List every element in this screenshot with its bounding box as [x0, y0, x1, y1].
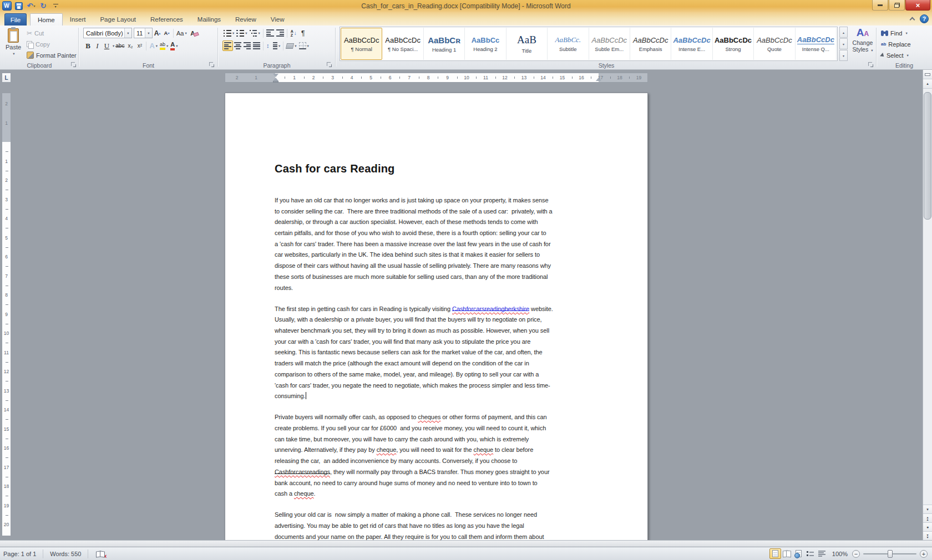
close-button[interactable]: ×	[905, 0, 930, 11]
previous-page-button[interactable]: ▴▴	[923, 513, 932, 522]
zoom-level[interactable]: 100%	[828, 551, 852, 557]
vertical-scrollbar[interactable]: ▴ ▾ ▴▴ ● ▾▾	[923, 70, 932, 540]
scroll-up-button[interactable]: ▴	[923, 79, 932, 89]
view-outline-button[interactable]	[804, 548, 816, 559]
strikethrough-button[interactable]: abc	[114, 40, 125, 51]
tab-page-layout[interactable]: Page Layout	[93, 13, 143, 26]
bold-button[interactable]: B	[83, 40, 93, 51]
style-subtleem[interactable]: AaBbCcDcSubtle Em...	[589, 28, 630, 60]
document-page[interactable]: Cash for cars Reading If you have an old…	[225, 93, 648, 540]
style-normal[interactable]: AaBbCcDc¶ Normal	[341, 28, 382, 60]
font-color-button[interactable]: A▾	[169, 40, 179, 51]
select-button[interactable]: Select▾	[881, 50, 909, 60]
line-spacing-button[interactable]: ↕▾	[265, 40, 281, 51]
paste-button[interactable]: Paste ▾	[3, 27, 23, 64]
increase-indent-button[interactable]	[275, 28, 285, 38]
zoom-slider[interactable]	[863, 550, 916, 558]
chevron-down-icon[interactable]: ▾	[145, 28, 152, 38]
minimize-button[interactable]	[872, 0, 888, 11]
style-h2[interactable]: AaBbCcHeading 2	[465, 28, 506, 60]
copy-button[interactable]: Copy	[27, 39, 77, 49]
vertical-scrollbar-thumb[interactable]	[924, 92, 931, 220]
view-fullscreen-reading-button[interactable]	[781, 548, 793, 559]
zoom-in-button[interactable]: +	[920, 550, 928, 558]
help-button[interactable]: ?	[920, 14, 929, 23]
borders-button[interactable]: ▾	[298, 40, 310, 51]
align-left-button[interactable]	[222, 40, 233, 51]
style-emphasis[interactable]: AaBbCcDcEmphasis	[630, 28, 671, 60]
format-painter-button[interactable]: Format Painter	[27, 50, 77, 60]
document-body[interactable]: Cash for cars Reading If you have an old…	[275, 162, 630, 540]
numbering-button[interactable]: ▾	[235, 28, 248, 38]
style-h1[interactable]: AaBbCʀHeading 1	[424, 28, 465, 60]
underline-button[interactable]: U	[102, 40, 112, 51]
cut-button[interactable]: ✂Cut	[27, 28, 77, 38]
shading-button[interactable]: ▾	[285, 40, 297, 51]
font-size-combobox[interactable]: 11▾	[134, 28, 153, 38]
grow-font-button[interactable]: A▴	[153, 28, 162, 38]
paste-dropdown[interactable]: ▾	[13, 52, 14, 56]
superscript-button[interactable]: x²	[135, 40, 144, 51]
zoom-slider-handle[interactable]	[888, 550, 893, 558]
style-quote[interactable]: AaBbCcDcQuote	[754, 28, 795, 60]
tab-references[interactable]: References	[143, 13, 190, 26]
align-right-button[interactable]	[242, 40, 252, 51]
select-browse-object-button[interactable]: ●	[923, 522, 932, 531]
decrease-indent-button[interactable]	[265, 28, 275, 38]
clear-formatting-button[interactable]: A	[188, 28, 197, 38]
style-intensee[interactable]: AaBbCcDcIntense E...	[671, 28, 712, 60]
gallery-more-button[interactable]: ▾	[839, 50, 848, 61]
change-case-button[interactable]: Aa▾	[175, 28, 188, 38]
scroll-down-button[interactable]: ▾	[923, 505, 932, 513]
clipboard-dialog-launcher[interactable]	[71, 62, 77, 68]
change-styles-button[interactable]: AA ChangeStyles ▾	[850, 27, 875, 63]
view-ruler-toggle-button[interactable]	[923, 70, 932, 79]
view-draft-button[interactable]	[816, 548, 828, 559]
justify-button[interactable]	[252, 40, 261, 51]
view-web-layout-button[interactable]	[793, 548, 804, 559]
tab-view[interactable]: View	[264, 13, 292, 26]
next-page-button[interactable]: ▾▾	[923, 531, 932, 540]
tab-stop-selector[interactable]: L	[2, 73, 11, 83]
first-line-indent-marker[interactable]	[273, 74, 278, 77]
page-number-indicator[interactable]: Page: 1 of 1	[0, 547, 39, 560]
zoom-out-button[interactable]: −	[852, 550, 860, 558]
style-title[interactable]: AaBTitle	[506, 28, 548, 60]
chevron-down-icon[interactable]: ▾	[124, 28, 131, 38]
gallery-scroll-up-button[interactable]: ▴	[839, 27, 848, 38]
left-indent-marker[interactable]	[273, 81, 278, 83]
hyperlink[interactable]: Cashforcarsreadingberkshire	[452, 306, 529, 312]
styles-dialog-launcher[interactable]	[868, 62, 874, 68]
right-indent-marker[interactable]	[596, 78, 601, 81]
tab-review[interactable]: Review	[228, 13, 264, 26]
subscript-button[interactable]: x₂	[125, 40, 135, 51]
horizontal-scrollbar[interactable]	[0, 540, 932, 547]
proofing-errors-button[interactable]: ×	[92, 547, 108, 560]
style-strong[interactable]: AaBbCcDcStrong	[713, 28, 754, 60]
tab-insert[interactable]: Insert	[63, 13, 93, 26]
word-count-indicator[interactable]: Words: 550	[47, 547, 84, 560]
view-print-layout-button[interactable]	[769, 548, 781, 559]
show-hide-marks-button[interactable]: ¶	[298, 28, 308, 38]
shrink-font-button[interactable]: A▾	[162, 28, 171, 38]
tab-home[interactable]: Home	[30, 13, 63, 26]
style-intenseq[interactable]: AaBbCcDcIntense Q...	[796, 28, 837, 60]
tab-mailings[interactable]: Mailings	[190, 13, 228, 26]
font-family-combobox[interactable]: Calibri (Body)▾	[83, 28, 132, 38]
restore-button[interactable]	[889, 0, 905, 11]
find-button[interactable]: Find▾	[881, 28, 908, 38]
bullets-button[interactable]: ▾	[222, 28, 235, 38]
tab-file[interactable]: File	[4, 13, 27, 26]
style-subtitle[interactable]: AaBbCc.Subtitle	[548, 28, 589, 60]
align-center-button[interactable]	[233, 40, 242, 51]
minimize-ribbon-button[interactable]	[908, 14, 916, 23]
style-nospacing[interactable]: AaBbCcDc¶ No Spaci...	[382, 28, 423, 60]
paragraph-dialog-launcher[interactable]	[327, 62, 332, 68]
gallery-scroll-down-button[interactable]: ▾	[839, 38, 848, 49]
text-effects-button[interactable]: A▾	[148, 40, 159, 51]
font-dialog-launcher[interactable]	[209, 62, 215, 68]
replace-button[interactable]: abReplace	[881, 39, 911, 49]
highlight-button[interactable]: ab▾	[159, 40, 169, 51]
sort-button[interactable]: AZ↓	[289, 28, 298, 38]
italic-button[interactable]: I	[93, 40, 102, 51]
